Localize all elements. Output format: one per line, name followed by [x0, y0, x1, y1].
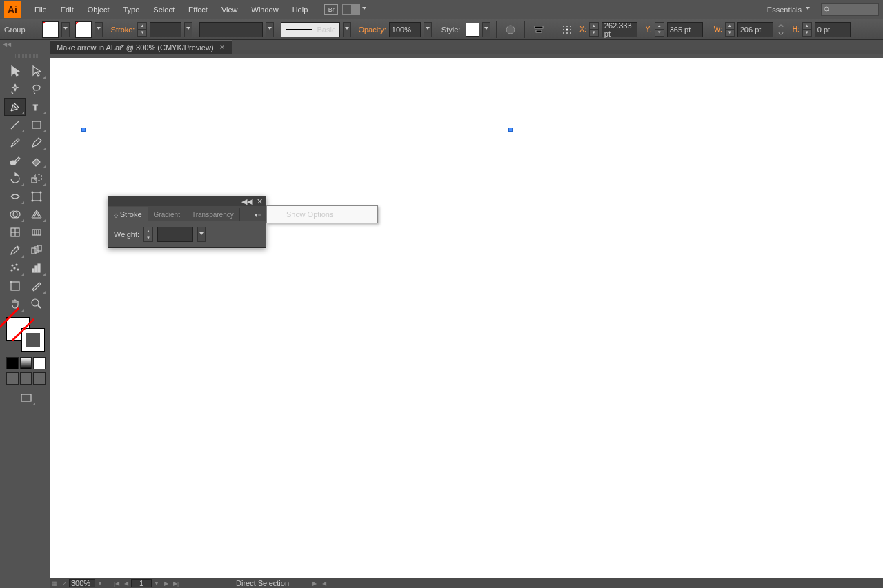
opacity-field[interactable]: 100%	[389, 22, 421, 37]
zoom-dropdown[interactable]: ▼	[95, 579, 105, 587]
svg-line-49	[38, 305, 41, 308]
panel-titlebar[interactable]: ◀◀ ✕	[108, 196, 266, 206]
screen-mode-button[interactable]	[15, 389, 37, 407]
menu-type[interactable]: Type	[117, 0, 147, 19]
menu-edit[interactable]: Edit	[54, 0, 81, 19]
opacity-label: Opacity:	[358, 26, 386, 34]
svg-point-22	[40, 192, 41, 193]
pencil-tool[interactable]	[26, 134, 47, 152]
artboard-dropdown[interactable]: ▼	[152, 579, 161, 587]
stroke-swatch[interactable]	[75, 21, 92, 38]
color-mode-button[interactable]	[6, 357, 19, 369]
menu-view[interactable]: View	[215, 0, 245, 19]
last-artboard-button[interactable]: ▶|	[171, 579, 181, 587]
menu-file[interactable]: File	[28, 0, 54, 19]
weight-stepper[interactable]: ▲▼	[143, 227, 153, 242]
menu-object[interactable]: Object	[81, 0, 117, 19]
fill-stroke-indicator[interactable]	[6, 317, 45, 352]
tab-transparency[interactable]: Transparency	[186, 208, 240, 221]
draw-inside-button[interactable]	[33, 372, 46, 385]
w-field[interactable]: 206 pt	[737, 22, 773, 37]
canvas[interactable]	[50, 58, 883, 578]
close-icon[interactable]: ✕	[219, 43, 225, 51]
weight-dropdown[interactable]	[197, 227, 206, 242]
menu-select[interactable]: Select	[146, 0, 181, 19]
lasso-tool[interactable]	[26, 80, 47, 98]
tab-gradient[interactable]: Gradient	[148, 208, 186, 221]
collapse-panels-icon[interactable]: ◀◀	[3, 41, 11, 48]
first-artboard-button[interactable]: |◀	[112, 579, 121, 587]
anchor-point[interactable]	[81, 128, 86, 132]
w-stepper[interactable]: ▲▼	[725, 22, 735, 37]
stroke-weight-stepper[interactable]: ▲▼	[137, 22, 147, 37]
status-icon[interactable]: ▦	[50, 579, 59, 587]
zoom-level-field[interactable]: 300%	[69, 579, 95, 587]
close-icon[interactable]: ✕	[257, 197, 263, 206]
fill-swatch[interactable]	[42, 21, 59, 38]
align-button[interactable]	[530, 21, 547, 38]
zoom-tool[interactable]	[26, 295, 47, 313]
svg-point-41	[17, 269, 19, 270]
pen-tool[interactable]	[4, 98, 26, 116]
stroke-indicator[interactable]	[21, 328, 45, 352]
stroke-weight-dropdown[interactable]	[184, 22, 192, 37]
collapse-icon[interactable]: ◀◀	[241, 197, 252, 206]
anchor-point[interactable]	[508, 128, 513, 132]
weight-field[interactable]	[157, 227, 193, 242]
svg-rect-3	[535, 26, 543, 28]
svg-point-37	[12, 265, 13, 266]
x-field[interactable]: 262.333 pt	[602, 22, 637, 37]
status-icon[interactable]: ↗	[59, 579, 69, 587]
menu-window[interactable]: Window	[245, 0, 286, 19]
status-dropdown[interactable]: ▶	[310, 579, 319, 587]
scale-tool[interactable]	[26, 170, 47, 187]
panel-menu-button[interactable]: ▾≡	[250, 209, 266, 221]
graphic-style-swatch[interactable]	[466, 23, 479, 37]
variable-width-profile[interactable]	[199, 22, 263, 37]
menu-help[interactable]: Help	[286, 0, 315, 19]
document-tab[interactable]: Make arrow in AI.ai* @ 300% (CMYK/Previe…	[50, 40, 232, 54]
stroke-dropdown[interactable]	[95, 22, 103, 37]
selection-tool[interactable]	[4, 62, 26, 80]
workspace-switcher[interactable]: Essentials	[760, 3, 817, 16]
y-stepper[interactable]: ▲▼	[655, 22, 664, 37]
arrange-documents-button[interactable]	[342, 4, 360, 15]
brush-dropdown[interactable]	[343, 22, 351, 37]
type-tool[interactable]: T	[26, 98, 47, 116]
draw-normal-button[interactable]	[6, 372, 19, 385]
search-input[interactable]	[821, 3, 879, 16]
prev-artboard-button[interactable]: ◀	[121, 579, 131, 587]
eraser-tool[interactable]	[26, 152, 47, 170]
blob-brush-tool[interactable]	[4, 152, 26, 170]
bridge-icon[interactable]: Br	[324, 4, 338, 15]
stroke-weight-field[interactable]	[150, 22, 181, 37]
toolbox-grip[interactable]	[14, 54, 39, 58]
rectangle-tool[interactable]	[26, 116, 47, 134]
opacity-dropdown[interactable]	[424, 22, 432, 37]
scroll-left-button[interactable]: ◀	[319, 579, 329, 587]
next-artboard-button[interactable]: ▶	[161, 579, 171, 587]
artboard-number-field[interactable]: 1	[131, 579, 152, 587]
brush-definition[interactable]: Basic	[281, 22, 340, 37]
artboard-tool[interactable]	[4, 277, 26, 295]
magic-wand-tool[interactable]	[4, 80, 26, 98]
menu-effect[interactable]: Effect	[181, 0, 215, 19]
y-field[interactable]: 365 pt	[667, 22, 703, 37]
direct-selection-tool[interactable]	[26, 62, 47, 80]
style-dropdown[interactable]	[482, 22, 490, 37]
paintbrush-tool[interactable]	[4, 134, 26, 152]
tab-stroke[interactable]: ◇ Stroke	[108, 207, 148, 221]
h-stepper[interactable]: ▲▼	[802, 22, 812, 37]
variable-width-dropdown[interactable]	[266, 22, 274, 37]
fill-dropdown[interactable]	[61, 22, 70, 37]
svg-point-48	[32, 299, 39, 306]
transform-reference-point[interactable]	[559, 21, 575, 38]
menu-item-show-options[interactable]: Show Options	[286, 210, 333, 219]
constrain-proportions-button[interactable]	[776, 21, 788, 38]
x-stepper[interactable]: ▲▼	[589, 22, 599, 37]
line-segment-tool[interactable]	[4, 116, 26, 134]
h-field[interactable]: 0 pt	[815, 22, 851, 37]
recolor-artwork-button[interactable]	[502, 21, 519, 38]
draw-behind-button[interactable]	[20, 372, 32, 385]
selected-path[interactable]	[83, 130, 510, 130]
